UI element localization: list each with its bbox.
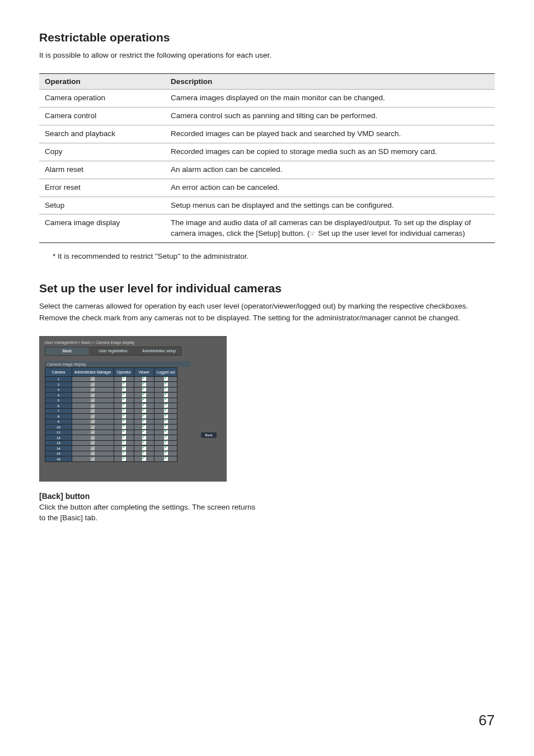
checkbox-viewer[interactable]: [134, 456, 154, 462]
col-loggedout: Logged out: [154, 367, 177, 376]
table-row: Camera image display The image and audio…: [39, 214, 495, 243]
table-row: Error resetAn error action can be cancel…: [39, 179, 495, 197]
back-button[interactable]: Back: [201, 432, 217, 438]
camera-row: 5: [45, 398, 177, 403]
camera-number: 15: [45, 451, 72, 456]
table-row: Camera controlCamera control such as pan…: [39, 108, 495, 125]
camera-number: 7: [45, 408, 72, 414]
camera-number: 9: [45, 419, 72, 424]
camera-row: 16: [45, 456, 177, 462]
camera-row: 15: [45, 451, 177, 456]
camera-row: 13: [45, 440, 177, 446]
table-row: Search and playbackRecorded images can b…: [39, 125, 495, 143]
camera-number: 5: [45, 398, 72, 403]
camera-row: 3: [45, 387, 177, 393]
table-row: SetupSetup menus can be displayed and th…: [39, 197, 495, 214]
operations-table: Operation Description Camera operationCa…: [39, 73, 495, 243]
back-button-desc: Click the button after completing the se…: [39, 502, 263, 524]
restrictable-intro: It is possible to allow or restrict the …: [39, 50, 495, 61]
camera-number: 11: [45, 430, 72, 435]
camera-number: 16: [45, 456, 72, 462]
table-row: Alarm resetAn alarm action can be cancel…: [39, 161, 495, 179]
camera-number: 13: [45, 440, 72, 446]
col-operation: Operation: [39, 74, 165, 90]
col-admin: Administrator Manager: [72, 367, 114, 376]
back-button-heading: [Back] button: [39, 492, 495, 501]
breadcrumb: User management > Basic > Camera image d…: [45, 340, 221, 344]
camera-number: 12: [45, 435, 72, 441]
embedded-screenshot: User management > Basic > Camera image d…: [39, 336, 227, 482]
camera-number: 8: [45, 414, 72, 419]
checkbox-loggedout[interactable]: [154, 456, 177, 462]
reference-icon: ☞: [310, 229, 316, 239]
checkbox-admin: [72, 456, 114, 462]
col-description: Description: [165, 74, 495, 90]
camera-row: 2: [45, 382, 177, 388]
col-camera: Camera: [45, 367, 72, 376]
camera-row: 6: [45, 403, 177, 409]
camera-number: 14: [45, 446, 72, 451]
camera-number: 4: [45, 393, 72, 398]
col-operator: Operator: [114, 367, 134, 376]
camera-row: 10: [45, 424, 177, 430]
camera-number: 10: [45, 424, 72, 430]
camera-row: 11: [45, 430, 177, 435]
tab-administrator-setup[interactable]: Administrator setup: [137, 347, 181, 356]
table-row: Camera operationCamera images displayed …: [39, 90, 495, 108]
footnote: * It is recommended to restrict "Setup" …: [53, 252, 495, 260]
camera-number: 6: [45, 403, 72, 409]
camera-row: 8: [45, 414, 177, 419]
col-viewer: Viewer: [134, 367, 154, 376]
userlevel-intro: Select the cameras allowed for operation…: [39, 301, 495, 324]
camera-row: 14: [45, 446, 177, 451]
camera-number: 3: [45, 387, 72, 393]
camera-permissions-table: Camera Administrator Manager Operator Vi…: [45, 367, 177, 462]
panel-label: Camera image display: [45, 361, 190, 367]
page-number: 67: [479, 712, 495, 729]
camera-row: 1: [45, 376, 177, 382]
tab-basic[interactable]: Basic: [45, 347, 90, 356]
camera-row: 12: [45, 435, 177, 441]
checkbox-operator[interactable]: [114, 456, 134, 462]
camera-number: 2: [45, 382, 72, 388]
camera-number: 1: [45, 376, 72, 382]
camera-row: 9: [45, 419, 177, 424]
camera-row: 7: [45, 408, 177, 414]
restrictable-title: Restrictable operations: [39, 31, 495, 44]
table-row: CopyRecorded images can be copied to sto…: [39, 143, 495, 161]
desc-text-b: Set up the user level for individual cam…: [316, 229, 465, 237]
tab-user-registration[interactable]: User registration: [91, 347, 135, 356]
userlevel-title: Set up the user level for individual cam…: [39, 282, 495, 295]
camera-row: 4: [45, 393, 177, 398]
